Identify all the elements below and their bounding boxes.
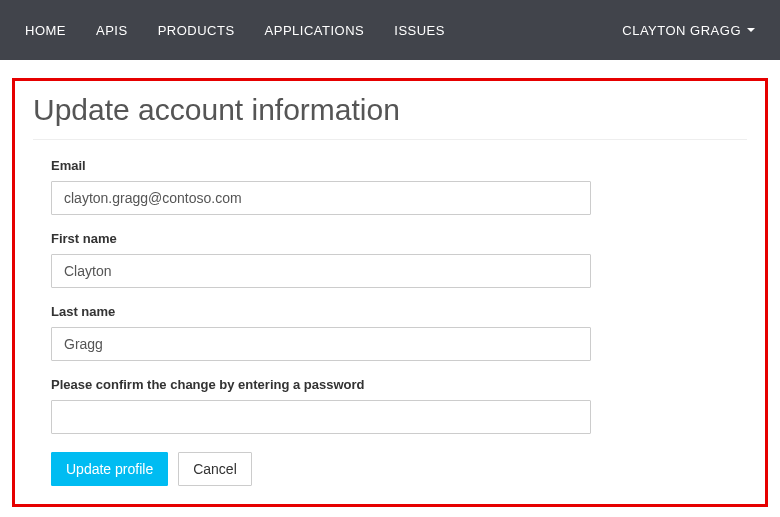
email-label: Email — [51, 158, 729, 173]
account-form-panel: Update account information Email First n… — [12, 78, 768, 507]
form-group-lastname: Last name — [51, 304, 729, 361]
nav-apis[interactable]: APIS — [81, 3, 143, 58]
form-area: Email First name Last name Please confir… — [33, 158, 747, 486]
email-field[interactable] — [51, 181, 591, 215]
update-profile-button[interactable]: Update profile — [51, 452, 168, 486]
form-group-email: Email — [51, 158, 729, 215]
password-label: Please confirm the change by entering a … — [51, 377, 729, 392]
caret-down-icon — [747, 28, 755, 32]
password-field[interactable] — [51, 400, 591, 434]
content-wrap: Update account information Email First n… — [0, 60, 780, 517]
user-menu[interactable]: CLAYTON GRAGG — [607, 3, 770, 58]
lastname-label: Last name — [51, 304, 729, 319]
nav-issues[interactable]: ISSUES — [379, 3, 460, 58]
button-row: Update profile Cancel — [51, 452, 729, 486]
cancel-button[interactable]: Cancel — [178, 452, 252, 486]
form-group-firstname: First name — [51, 231, 729, 288]
firstname-field[interactable] — [51, 254, 591, 288]
nav-links: HOME APIS PRODUCTS APPLICATIONS ISSUES — [10, 3, 460, 58]
nav-products[interactable]: PRODUCTS — [143, 3, 250, 58]
page-title: Update account information — [33, 81, 747, 140]
top-navbar: HOME APIS PRODUCTS APPLICATIONS ISSUES C… — [0, 0, 780, 60]
nav-home[interactable]: HOME — [10, 3, 81, 58]
nav-applications[interactable]: APPLICATIONS — [250, 3, 380, 58]
firstname-label: First name — [51, 231, 729, 246]
form-group-password: Please confirm the change by entering a … — [51, 377, 729, 434]
lastname-field[interactable] — [51, 327, 591, 361]
user-name: CLAYTON GRAGG — [622, 23, 741, 38]
